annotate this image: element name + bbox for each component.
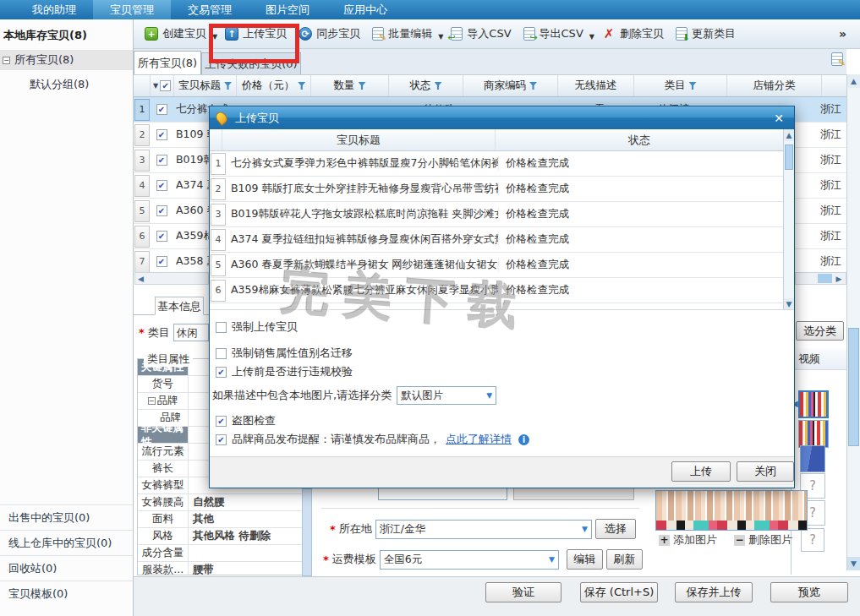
sync-item-button[interactable]: ⟳ 同步宝贝: [293, 23, 366, 45]
select-all-checkbox[interactable]: [160, 80, 171, 91]
delete-item-button[interactable]: ✗ 删除宝贝: [596, 23, 670, 45]
filter-icon[interactable]: [224, 82, 232, 90]
nav-trade-management[interactable]: 交易管理: [171, 0, 249, 19]
tree-collapse-icon[interactable]: −: [148, 397, 156, 405]
editor-scrollbar[interactable]: [302, 488, 312, 576]
header-select-all[interactable]: ▼: [151, 75, 174, 96]
scrollbar-thumb[interactable]: [818, 274, 832, 283]
dialog-titlebar[interactable]: 上传宝贝 ✕: [210, 106, 794, 129]
header-title[interactable]: 宝贝标题: [174, 75, 237, 96]
force-upload-option[interactable]: 强制上传宝贝: [216, 319, 298, 335]
scroll-down-icon[interactable]: ▼: [784, 298, 794, 310]
select-category-button[interactable]: 选分类: [796, 321, 844, 341]
save-button[interactable]: 保存 (Ctrl+S): [580, 582, 658, 602]
header-price[interactable]: 价格（元）: [237, 75, 311, 96]
row-checkbox[interactable]: [156, 231, 167, 242]
header-shop-category[interactable]: 店铺分类: [727, 75, 822, 96]
filter-icon[interactable]: [359, 82, 366, 90]
preview-button[interactable]: 预览: [770, 582, 848, 602]
tab-all-items[interactable]: 所有宝贝(8): [134, 51, 201, 74]
force-upload-checkbox[interactable]: [216, 322, 227, 333]
filter-icon[interactable]: [435, 82, 442, 90]
close-icon[interactable]: ✕: [770, 112, 787, 125]
scroll-up-icon[interactable]: ▲: [784, 129, 794, 141]
attr-value[interactable]: 其他: [189, 511, 302, 527]
brand-notice-option[interactable]: 品牌商品发布提醒：请谨慎发布品牌商品， 点此了解详情 i: [216, 432, 529, 447]
dialog-upload-button[interactable]: 上传: [671, 461, 731, 482]
row-checkbox[interactable]: [156, 104, 167, 115]
row-checkbox[interactable]: [156, 205, 167, 216]
image-thumbnail[interactable]: [798, 420, 829, 448]
nav-image-space[interactable]: 图片空间: [249, 0, 326, 19]
sidebar-item-on-sale[interactable]: 出售中的宝贝(0): [0, 504, 133, 530]
header-merchant-code[interactable]: 商家编码: [463, 75, 558, 96]
add-image-button[interactable]: + 添加图片: [659, 532, 717, 548]
chevron-down-icon[interactable]: ▼: [589, 33, 594, 41]
dialog-row[interactable]: 4 A374 夏季拉链纽扣短裤韩版修身显瘦休闲百搭外穿女式热... 价格检查完成: [210, 227, 783, 253]
header-quantity[interactable]: 数量: [311, 75, 389, 96]
dialog-close-button[interactable]: 关闭: [737, 461, 794, 482]
image-thumbnail[interactable]: [798, 390, 829, 418]
scroll-right-icon[interactable]: ▶: [833, 273, 845, 284]
image-placeholder[interactable]: ?: [801, 528, 824, 552]
sidebar-item-recycle-bin[interactable]: 回收站(0): [0, 555, 133, 581]
dialog-row[interactable]: 3 B019韩版碎花人字拖女坡跟松糕底时尚凉拖鞋 夹脚沙滩女... 价格检查完成: [210, 202, 783, 227]
local-image-select[interactable]: 默认图片 ▼: [397, 386, 496, 405]
theft-check-checkbox[interactable]: [216, 416, 227, 427]
attr-value[interactable]: [189, 545, 302, 561]
sidebar-item-online-warehouse[interactable]: 线上仓库中的宝贝(0): [0, 530, 133, 555]
horizontal-scrollbar-right[interactable]: ▶: [795, 272, 846, 285]
dialog-row[interactable]: 6 A359棉麻女裤薄款松紧腰七分裤亚麻女休闲夏季显瘦小脚哈... 价格检查完成: [210, 278, 783, 303]
scroll-left-icon[interactable]: ◀: [135, 275, 146, 283]
update-category-button[interactable]: ⬇ 更新类目: [670, 23, 742, 45]
image-thumbnail[interactable]: [800, 445, 825, 472]
shipping-refresh-button[interactable]: 刷新: [606, 549, 643, 570]
chevron-down-icon[interactable]: ▼: [438, 33, 443, 41]
shipping-select[interactable]: 全国6元 ▼: [380, 550, 559, 570]
row-checkbox[interactable]: [156, 155, 167, 166]
violation-check-checkbox[interactable]: [216, 367, 227, 378]
scroll-up-icon[interactable]: ▲: [847, 74, 860, 88]
force-alias-checkbox[interactable]: [216, 348, 227, 359]
theft-check-option[interactable]: 盗图检查: [216, 413, 276, 428]
location-select[interactable]: 浙江/金华 ▼: [375, 520, 592, 539]
row-checkbox[interactable]: [156, 129, 167, 140]
attr-value[interactable]: 其他风格 待删除: [189, 528, 302, 544]
sidebar-item-default-group[interactable]: 默认分组(8): [0, 70, 133, 92]
brand-notice-checkbox[interactable]: [216, 434, 227, 445]
sidebar-item-item-template[interactable]: 宝贝模板(0): [0, 581, 133, 606]
scroll-down-icon[interactable]: ▼: [847, 557, 860, 570]
toolbar-overflow-button[interactable]: »: [839, 27, 855, 41]
shipping-edit-button[interactable]: 编辑: [567, 549, 603, 570]
filter-icon[interactable]: [689, 82, 697, 90]
remove-image-button[interactable]: − 删除图片: [734, 532, 792, 548]
import-csv-button[interactable]: ↩ 导入CSV: [445, 23, 517, 45]
nav-app-center[interactable]: 应用中心: [326, 0, 404, 19]
info-icon[interactable]: i: [518, 434, 529, 445]
brand-detail-link[interactable]: 点此了解详情: [446, 432, 512, 447]
header-status[interactable]: 状态: [389, 75, 463, 96]
scrollbar-thumb[interactable]: [848, 328, 859, 446]
export-csv-button[interactable]: ↪ 导出CSV: [518, 23, 589, 45]
header-wireless-desc[interactable]: 无线描述: [558, 75, 634, 96]
validate-button[interactable]: 验证: [485, 582, 561, 602]
category-input[interactable]: 休闲: [173, 324, 209, 341]
save-and-upload-button[interactable]: 保存并上传: [675, 582, 753, 602]
create-item-button[interactable]: + 创建宝贝: [139, 23, 212, 45]
filter-icon[interactable]: [529, 82, 537, 90]
horizontal-scrollbar[interactable]: ◀: [134, 272, 209, 285]
dialog-row[interactable]: 2 B109 韩版打底女士外穿挂脖无袖修身显瘦背心吊带雪纺衫... 价格检查完成: [210, 177, 783, 202]
batch-edit-button[interactable]: ✎ 批量编辑: [366, 23, 438, 45]
header-category[interactable]: 类目: [634, 75, 727, 96]
force-alias-option[interactable]: 强制销售属性值别名迁移: [216, 346, 353, 361]
scrollbar-thumb[interactable]: [785, 144, 793, 170]
main-image-preview[interactable]: [655, 490, 808, 531]
row-checkbox[interactable]: [156, 256, 167, 267]
dialog-row[interactable]: 5 A360 春夏季新款蝴蝶结半身裙女 网纱裙蓬蓬裙仙女裙女装 价格检查完成: [210, 253, 783, 278]
row-checkbox[interactable]: [156, 180, 167, 191]
attr-value[interactable]: 自然腰: [189, 494, 302, 510]
attr-value[interactable]: 腰带: [189, 562, 302, 575]
dialog-row[interactable]: 1 七分裤女式夏季弹力彩色中裤韩版显瘦7分小脚铅笔休闲裤2... 价格检查完成: [210, 151, 783, 177]
compose-icon[interactable]: ✎: [831, 52, 843, 66]
tab-basic-info[interactable]: 基本信息: [155, 297, 204, 315]
